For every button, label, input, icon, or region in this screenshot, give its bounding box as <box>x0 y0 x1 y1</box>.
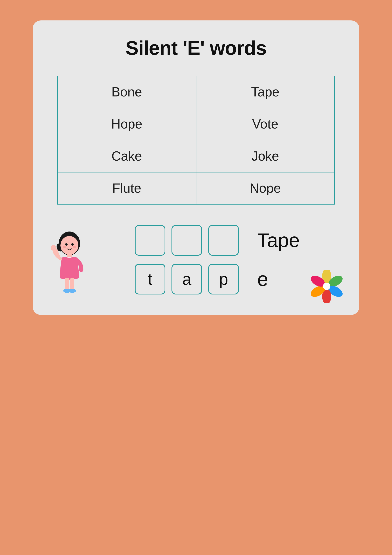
table-row: CakeJoke <box>57 140 335 172</box>
letter-tile-p[interactable]: p <box>208 264 239 294</box>
table-cell-left-1: Hope <box>57 108 196 140</box>
table-cell-right-3: Nope <box>196 172 335 204</box>
table-cell-left-2: Cake <box>57 140 196 172</box>
svg-point-8 <box>73 246 76 248</box>
svg-point-6 <box>72 244 73 244</box>
letter-tiles-row: t a p e <box>135 264 335 294</box>
svg-point-3 <box>65 243 68 246</box>
svg-point-5 <box>66 244 67 244</box>
table-cell-right-2: Joke <box>196 140 335 172</box>
table-row: HopeVote <box>57 108 335 140</box>
svg-point-13 <box>69 289 76 293</box>
silent-letter: e <box>257 268 268 290</box>
svg-point-7 <box>63 246 66 248</box>
svg-rect-10 <box>65 278 69 290</box>
empty-box-2[interactable] <box>171 225 202 256</box>
word-table: BoneTapeHopeVoteCakeJokeFluteNope <box>57 76 335 204</box>
flower-decoration-icon <box>310 270 343 303</box>
table-row: BoneTape <box>57 76 335 108</box>
main-card: Silent 'E' words BoneTapeHopeVoteCakeJok… <box>33 21 359 315</box>
table-row: FluteNope <box>57 172 335 204</box>
svg-point-2 <box>60 236 78 255</box>
svg-point-14 <box>51 245 56 251</box>
table-cell-right-0: Tape <box>196 76 335 108</box>
exercise-section: Tape t a p e <box>57 225 335 294</box>
letter-exercise: Tape t a p e <box>57 225 335 294</box>
svg-point-4 <box>71 243 74 246</box>
table-cell-left-3: Flute <box>57 172 196 204</box>
page-title: Silent 'E' words <box>57 37 335 59</box>
target-word: Tape <box>257 229 300 252</box>
letter-tile-a[interactable]: a <box>171 264 202 294</box>
svg-point-21 <box>323 283 330 290</box>
empty-boxes-row: Tape <box>135 225 335 256</box>
letter-tile-t[interactable]: t <box>135 264 165 294</box>
empty-box-3[interactable] <box>208 225 239 256</box>
svg-rect-11 <box>70 278 74 290</box>
girl-character-icon <box>49 229 90 299</box>
table-cell-left-0: Bone <box>57 76 196 108</box>
empty-box-1[interactable] <box>135 225 165 256</box>
table-cell-right-1: Vote <box>196 108 335 140</box>
